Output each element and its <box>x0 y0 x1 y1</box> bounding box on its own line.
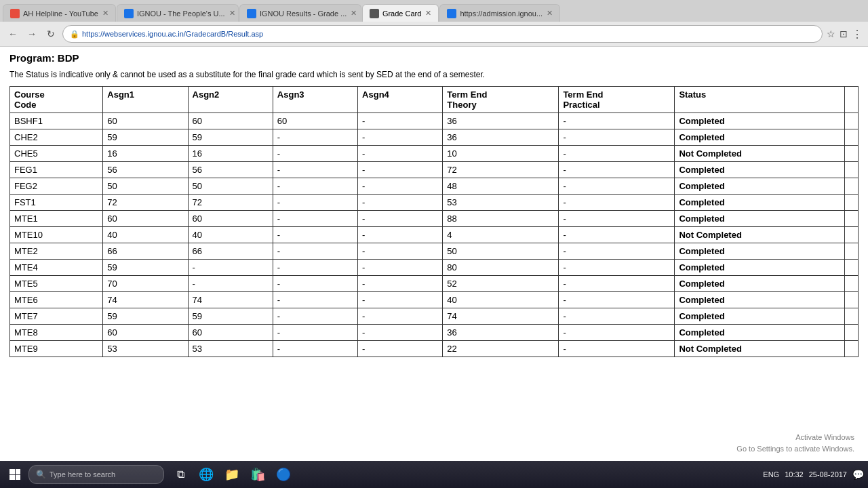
table-cell: - <box>273 145 357 161</box>
tab-close-youtube[interactable]: ✕ <box>102 9 108 18</box>
table-cell: 60 <box>103 210 188 226</box>
table-cell: - <box>358 308 443 324</box>
url-text: https://webservices.ignou.ac.in/Gradecar… <box>82 30 263 38</box>
table-cell: 59 <box>103 308 188 324</box>
cell-status: Completed <box>675 308 845 324</box>
table-cell: - <box>188 259 273 275</box>
table-row: MTE104040--4-Not Completed <box>10 226 859 243</box>
table-cell: - <box>273 210 357 226</box>
tab-label-youtube: AH Helpline - YouTube <box>23 9 98 18</box>
tab-admission[interactable]: https://admission.ignou... ✕ <box>439 4 560 22</box>
table-cell: - <box>273 226 357 243</box>
table-cell <box>845 308 859 324</box>
table-cell: 60 <box>103 324 188 340</box>
table-cell: - <box>358 129 443 145</box>
bookmark-icon[interactable]: ☆ <box>827 28 835 39</box>
header-asgn2: Asgn2 <box>188 86 273 113</box>
table-cell: 36 <box>443 113 559 129</box>
back-button[interactable]: ← <box>5 26 20 41</box>
table-row: MTE75959--74-Completed <box>10 308 859 324</box>
table-cell <box>845 129 859 145</box>
toolbar-icons: ☆ ⊡ ⋮ <box>827 28 863 41</box>
table-cell: 72 <box>188 194 273 210</box>
table-cell: 53 <box>188 340 273 357</box>
table-row: MTE16060--88-Completed <box>10 210 859 226</box>
table-row: MTE26666--50-Completed <box>10 243 859 259</box>
taskbar: 🔍 Type here to search ⧉ 🌐 📁 🛍️ 🔵 ENG 10:… <box>0 461 868 462</box>
table-cell: 60 <box>273 113 357 129</box>
table-cell: 59 <box>103 259 188 275</box>
header-course-code: CourseCode <box>10 86 103 113</box>
cell-status: Not Completed <box>675 340 845 357</box>
table-header-row: CourseCode Asgn1 Asgn2 Asgn3 Asgn4 Term … <box>10 86 859 113</box>
table-cell: 50 <box>443 243 559 259</box>
table-cell: - <box>559 178 675 194</box>
extensions-icon[interactable]: ⊡ <box>840 28 848 39</box>
table-row: FST17272--53-Completed <box>10 194 859 210</box>
url-bar[interactable]: 🔒 https://webservices.ignou.ac.in/Gradec… <box>62 25 823 43</box>
tab-close-ignou1[interactable]: ✕ <box>229 9 235 18</box>
table-cell: 59 <box>188 308 273 324</box>
forward-button[interactable]: → <box>24 26 39 41</box>
tab-ignou-results[interactable]: IGNOU Results - Grade ... ✕ <box>239 4 361 22</box>
tab-close-ignou-results[interactable]: ✕ <box>351 9 357 18</box>
table-cell: 60 <box>188 113 273 129</box>
table-cell: 72 <box>443 161 559 178</box>
table-row: MTE86060--36-Completed <box>10 324 859 340</box>
tab-label-ignou1: IGNOU - The People's U... <box>137 9 225 18</box>
table-cell: - <box>358 291 443 308</box>
table-cell: - <box>358 243 443 259</box>
cell-status: Completed <box>675 129 845 145</box>
table-cell: - <box>559 129 675 145</box>
table-cell: - <box>559 275 675 291</box>
table-cell <box>845 178 859 194</box>
table-cell: 53 <box>103 340 188 357</box>
table-cell: 50 <box>103 178 188 194</box>
table-cell: - <box>559 145 675 161</box>
tab-ignou1[interactable]: IGNOU - The People's U... ✕ <box>117 4 239 22</box>
table-cell: - <box>358 145 443 161</box>
table-cell: - <box>273 243 357 259</box>
table-cell: 36 <box>443 324 559 340</box>
table-cell: 22 <box>443 340 559 357</box>
cell-status: Not Completed <box>675 226 845 243</box>
address-bar: ← → ↻ 🔒 https://webservices.ignou.ac.in/… <box>0 22 868 46</box>
cell-status: Completed <box>675 324 845 340</box>
table-cell: - <box>273 129 357 145</box>
tab-grade-card[interactable]: Grade Card ✕ <box>362 4 439 22</box>
table-cell: - <box>559 161 675 178</box>
program-title: Program: BDP <box>9 52 859 64</box>
table-cell: - <box>273 259 357 275</box>
cell-course-code: MTE2 <box>10 243 103 259</box>
table-cell <box>845 145 859 161</box>
cell-status: Completed <box>675 113 845 129</box>
table-cell: 50 <box>188 178 273 194</box>
table-cell: - <box>358 324 443 340</box>
table-cell: - <box>559 113 675 129</box>
table-cell: - <box>273 178 357 194</box>
menu-icon[interactable]: ⋮ <box>852 28 863 41</box>
cell-course-code: MTE4 <box>10 259 103 275</box>
table-row: MTE570---52-Completed <box>10 275 859 291</box>
cell-status: Completed <box>675 275 845 291</box>
table-cell: - <box>273 194 357 210</box>
tab-label-ignou-results: IGNOU Results - Grade ... <box>260 9 347 18</box>
table-cell: 74 <box>443 308 559 324</box>
tab-close-admission[interactable]: ✕ <box>547 9 553 18</box>
table-row: MTE459---80-Completed <box>10 259 859 275</box>
tab-close-grade-card[interactable]: ✕ <box>425 9 431 18</box>
table-cell <box>845 259 859 275</box>
cell-course-code: FEG1 <box>10 161 103 178</box>
cell-course-code: MTE1 <box>10 210 103 226</box>
cell-course-code: MTE10 <box>10 226 103 243</box>
tab-youtube[interactable]: AH Helpline - YouTube ✕ <box>3 4 116 22</box>
reload-button[interactable]: ↻ <box>43 26 58 41</box>
table-row: BSHF1606060-36-Completed <box>10 113 859 129</box>
header-status: Status <box>675 86 845 113</box>
table-cell: - <box>273 161 357 178</box>
table-cell: 74 <box>188 291 273 308</box>
table-cell: 88 <box>443 210 559 226</box>
table-cell <box>845 161 859 178</box>
table-cell: 72 <box>103 194 188 210</box>
table-cell: 10 <box>443 145 559 161</box>
